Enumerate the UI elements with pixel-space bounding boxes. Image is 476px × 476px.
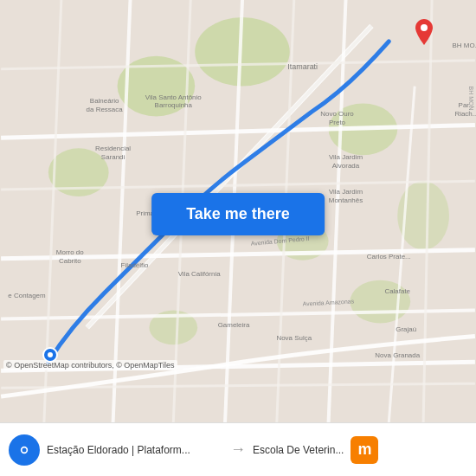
map-area[interactable]: Avenida Dom Pedro II Avenida Amazonas Ba… <box>0 0 476 422</box>
origin-icon <box>9 434 40 466</box>
svg-text:Itamarati: Itamarati <box>287 62 318 71</box>
svg-text:Barroquinha: Barroquinha <box>155 101 193 109</box>
svg-text:Carlos Prate...: Carlos Prate... <box>367 253 411 261</box>
destination-pin <box>415 19 433 45</box>
bottom-bar: Estação Eldorado | Plataform... → Escola… <box>0 422 476 476</box>
svg-text:Sarandi: Sarandi <box>101 153 125 161</box>
moovit-logo: m <box>351 436 378 464</box>
svg-text:e Contagem: e Contagem <box>8 292 46 299</box>
destination-label: Escola De Veterin... <box>253 444 344 456</box>
svg-text:Grajaú: Grajaú <box>396 325 416 333</box>
svg-text:BH MON...: BH MON... <box>468 87 474 116</box>
app-container: Avenida Dom Pedro II Avenida Amazonas Ba… <box>0 0 476 476</box>
svg-point-61 <box>23 447 27 452</box>
origin-label: Estação Eldorado | Plataform... <box>47 444 190 456</box>
map-attribution: © OpenStreetMap contributors, © OpenMapT… <box>3 360 177 370</box>
svg-point-58 <box>48 352 53 357</box>
arrow-icon: → <box>223 441 253 459</box>
origin-section: Estação Eldorado | Plataform... <box>9 434 223 466</box>
svg-text:Gameleira: Gameleira <box>218 321 250 329</box>
moovit-icon: m <box>351 436 378 464</box>
svg-text:Residencial: Residencial <box>95 145 131 152</box>
svg-point-59 <box>421 24 428 31</box>
svg-text:Montanhês: Montanhês <box>329 196 363 204</box>
svg-text:Calafate: Calafate <box>384 287 410 295</box>
svg-text:Novo Ouro: Novo Ouro <box>320 110 354 118</box>
svg-text:da Ressaca: da Ressaca <box>87 106 124 113</box>
svg-text:Alvorada: Alvorada <box>332 162 360 170</box>
origin-pin <box>42 346 59 363</box>
svg-text:Vila Santo Antônio: Vila Santo Antônio <box>145 93 202 101</box>
svg-text:Nova Granada: Nova Granada <box>375 351 420 359</box>
svg-text:Balneário: Balneário <box>90 98 119 106</box>
svg-text:BH MO...: BH MO... <box>453 42 476 49</box>
svg-text:Vila Califórnia: Vila Califórnia <box>178 270 221 278</box>
svg-text:Nova Sulça: Nova Sulça <box>276 334 312 342</box>
svg-text:Cabrito: Cabrito <box>59 257 81 265</box>
svg-text:Vila Jardim: Vila Jardim <box>329 153 363 161</box>
svg-text:Vila Jardim: Vila Jardim <box>329 188 363 196</box>
take-me-there-button[interactable]: Take me there <box>151 193 325 235</box>
svg-text:Filadélfio: Filadélfio <box>121 261 149 269</box>
svg-text:Preto: Preto <box>329 119 346 126</box>
svg-text:Morro do: Morro do <box>56 248 84 256</box>
destination-section: Escola De Veterin... m <box>253 436 467 464</box>
